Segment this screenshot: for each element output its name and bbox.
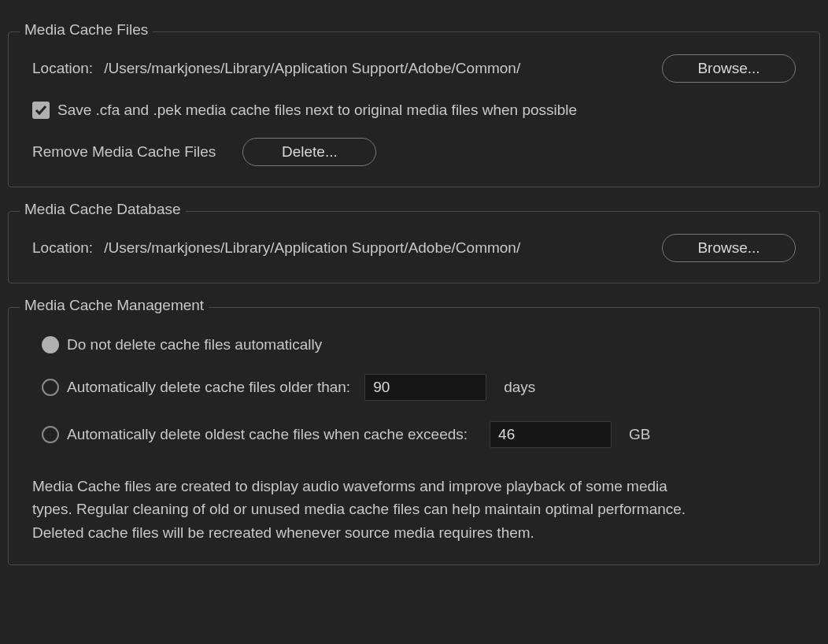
- cache-database-location-label: Location:: [32, 239, 93, 257]
- remove-cache-label: Remove Media Cache Files: [32, 143, 216, 161]
- media-cache-management-legend: Media Cache Management: [20, 297, 209, 314]
- delete-cache-button[interactable]: Delete...: [242, 138, 376, 166]
- mgmt-option-1-row: Do not delete cache files automatically: [42, 336, 796, 353]
- mgmt-option-3-radio[interactable]: [42, 426, 59, 443]
- media-cache-database-legend: Media Cache Database: [20, 201, 186, 218]
- mgmt-option-1-radio[interactable]: [42, 336, 59, 353]
- mgmt-option-2-radio[interactable]: [42, 379, 59, 396]
- mgmt-option-3-label: Automatically delete oldest cache files …: [67, 426, 468, 443]
- cache-files-location-path: /Users/markjones/Library/Application Sup…: [104, 60, 654, 77]
- media-cache-database-group: Media Cache Database Location: /Users/ma…: [8, 211, 820, 283]
- media-cache-files-legend: Media Cache Files: [20, 21, 153, 39]
- cache-database-location-path: /Users/markjones/Library/Application Sup…: [104, 239, 654, 257]
- mgmt-gb-input[interactable]: [490, 421, 612, 448]
- media-cache-files-group: Media Cache Files Location: /Users/markj…: [8, 31, 820, 187]
- mgmt-option-2-label: Automatically delete cache files older t…: [67, 379, 350, 396]
- save-cache-checkbox[interactable]: [32, 102, 50, 119]
- checkmark-icon: [35, 104, 47, 117]
- cache-files-location-row: Location: /Users/markjones/Library/Appli…: [32, 54, 796, 83]
- media-cache-management-group: Media Cache Management Do not delete cac…: [8, 307, 820, 565]
- mgmt-option-1-label: Do not delete cache files automatically: [67, 336, 322, 353]
- mgmt-days-input[interactable]: [364, 374, 486, 401]
- remove-cache-row: Remove Media Cache Files Delete...: [32, 138, 796, 166]
- save-cache-checkbox-label: Save .cfa and .pek media cache files nex…: [57, 102, 577, 119]
- cache-files-browse-button[interactable]: Browse...: [662, 54, 796, 83]
- cache-files-location-label: Location:: [32, 60, 93, 77]
- mgmt-description: Media Cache files are created to display…: [32, 475, 701, 544]
- cache-database-browse-button[interactable]: Browse...: [662, 234, 796, 262]
- cache-database-location-row: Location: /Users/markjones/Library/Appli…: [32, 234, 796, 262]
- mgmt-option-3-row: Automatically delete oldest cache files …: [42, 421, 796, 448]
- mgmt-gb-unit: GB: [629, 426, 650, 443]
- mgmt-option-2-row: Automatically delete cache files older t…: [42, 374, 796, 401]
- save-cache-checkbox-row: Save .cfa and .pek media cache files nex…: [32, 102, 796, 119]
- mgmt-days-unit: days: [504, 379, 535, 396]
